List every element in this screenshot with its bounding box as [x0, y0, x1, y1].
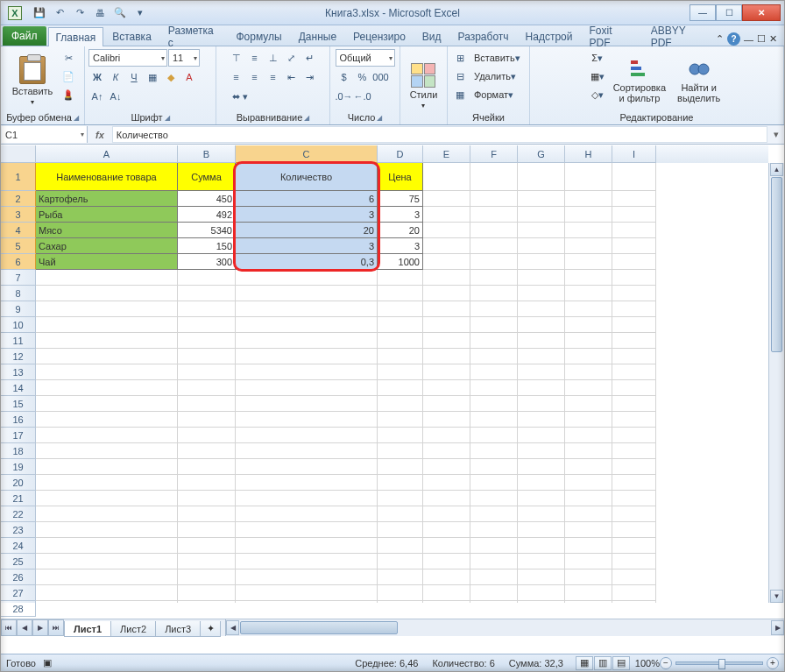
cell[interactable]: Сахар [36, 238, 178, 254]
col-header-G[interactable]: G [518, 145, 565, 163]
increase-decimal-button[interactable]: .0→ [336, 88, 353, 105]
page-break-view-button[interactable]: ▤ [612, 656, 630, 670]
doc-restore-button[interactable]: ☐ [757, 33, 766, 45]
row-header-17[interactable]: 17 [1, 428, 36, 443]
cell[interactable] [565, 223, 612, 238]
cell[interactable] [423, 538, 470, 554]
cell[interactable] [423, 412, 470, 428]
cell[interactable] [612, 380, 656, 396]
cell[interactable] [470, 223, 518, 238]
cell[interactable] [423, 238, 470, 254]
cell[interactable] [178, 301, 236, 317]
font-name-select[interactable]: Calibri [88, 49, 167, 67]
currency-button[interactable]: $ [336, 68, 353, 86]
cell[interactable] [518, 396, 565, 412]
cells[interactable]: Наименование товараСуммаКоличествоЦенаКа… [36, 163, 768, 603]
col-header-A[interactable]: A [36, 145, 178, 163]
percent-button[interactable]: % [354, 68, 371, 86]
qat-button[interactable]: 🔍 [111, 4, 129, 22]
comma-button[interactable]: 000 [372, 68, 390, 86]
cell[interactable] [565, 191, 612, 207]
dialog-launcher-icon[interactable]: ◢ [304, 114, 309, 122]
cell[interactable] [378, 396, 423, 412]
cell[interactable] [518, 601, 565, 603]
cell[interactable] [236, 333, 378, 349]
cell[interactable] [565, 396, 612, 412]
next-sheet-button[interactable]: ▶ [32, 619, 48, 636]
cell[interactable] [565, 538, 612, 554]
cell[interactable] [612, 301, 656, 317]
cell[interactable] [612, 333, 656, 349]
cell[interactable] [470, 491, 518, 506]
cell[interactable] [178, 317, 236, 333]
sort-filter-button[interactable]: Сортировка и фильтр [609, 49, 670, 112]
cell[interactable] [518, 554, 565, 569]
cell[interactable] [236, 349, 378, 364]
cell[interactable] [470, 207, 518, 223]
cell[interactable] [178, 270, 236, 286]
cell[interactable] [565, 428, 612, 443]
cell[interactable]: Чай [36, 254, 178, 270]
cut-button[interactable]: ✂ [60, 49, 77, 67]
cell[interactable] [36, 522, 178, 538]
row-header-23[interactable]: 23 [1, 522, 36, 538]
select-all-corner[interactable] [1, 145, 36, 163]
cell[interactable] [612, 364, 656, 380]
cell[interactable] [236, 396, 378, 412]
cell[interactable] [36, 475, 178, 491]
cell[interactable] [612, 601, 656, 603]
cell[interactable] [178, 585, 236, 601]
insert-cells-button[interactable]: Вставить ▾ [470, 49, 525, 67]
cell[interactable]: 150 [178, 238, 236, 254]
col-header-D[interactable]: D [378, 145, 423, 163]
copy-button[interactable]: 📄 [60, 67, 77, 85]
italic-button[interactable]: К [107, 68, 124, 86]
cell[interactable] [423, 569, 470, 585]
cell[interactable] [470, 506, 518, 522]
cell[interactable] [236, 364, 378, 380]
cell[interactable] [518, 317, 565, 333]
align-left-button[interactable]: ≡ [228, 68, 245, 86]
cell[interactable] [612, 191, 656, 207]
sheet-tab-1[interactable]: Лист1 [64, 621, 111, 637]
cell[interactable] [36, 538, 178, 554]
autosum-button[interactable]: Σ ▾ [589, 49, 606, 67]
row-header-26[interactable]: 26 [1, 569, 36, 585]
cell[interactable] [612, 349, 656, 364]
cell[interactable] [423, 254, 470, 270]
zoom-in-button[interactable]: + [767, 657, 779, 669]
cell[interactable] [378, 428, 423, 443]
cell[interactable] [423, 163, 470, 191]
row-header-2[interactable]: 2 [1, 191, 36, 207]
delete-cells-button[interactable]: Удалить ▾ [470, 67, 520, 85]
cell[interactable] [378, 270, 423, 286]
cell[interactable] [518, 301, 565, 317]
cell[interactable]: Наименование товара [36, 163, 178, 191]
cell[interactable] [470, 301, 518, 317]
cell[interactable] [423, 396, 470, 412]
align-bottom-button[interactable]: ⊥ [265, 49, 282, 67]
cell[interactable] [565, 317, 612, 333]
cell[interactable] [178, 506, 236, 522]
cell[interactable] [378, 364, 423, 380]
qat-button[interactable]: 🖶 [91, 4, 109, 22]
cell[interactable] [565, 601, 612, 603]
cell[interactable]: Мясо [36, 223, 178, 238]
cell[interactable] [423, 585, 470, 601]
cell[interactable] [518, 522, 565, 538]
cell[interactable] [565, 163, 612, 191]
format-cells-button[interactable]: Формат ▾ [470, 86, 518, 103]
cell[interactable]: 3 [378, 207, 423, 223]
cell[interactable]: 3 [236, 238, 378, 254]
col-header-E[interactable]: E [423, 145, 470, 163]
cell[interactable] [36, 585, 178, 601]
prev-sheet-button[interactable]: ◀ [17, 619, 32, 636]
align-middle-button[interactable]: ≡ [246, 49, 264, 67]
cell[interactable]: 6 [236, 191, 378, 207]
cell[interactable] [423, 459, 470, 475]
cell[interactable] [178, 286, 236, 301]
cell[interactable] [378, 349, 423, 364]
cell[interactable] [612, 223, 656, 238]
tab-file[interactable]: Файл [3, 26, 46, 46]
styles-button[interactable]: Стили ▾ [406, 49, 442, 123]
